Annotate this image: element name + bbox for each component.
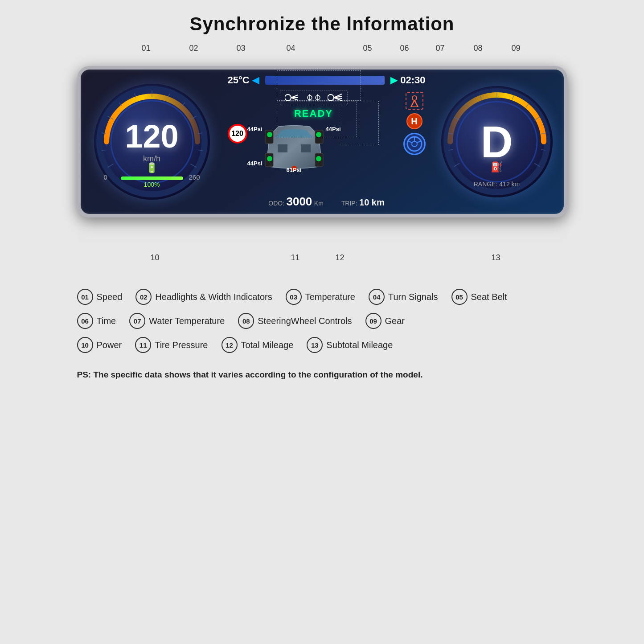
legend-label-08: SteeringWheel Controls: [258, 316, 352, 326]
turn-signal-right: ►: [388, 73, 401, 87]
legend-num-01: 01: [77, 289, 93, 305]
legend-item-02: 02 Headlights & Width Indicators: [135, 289, 272, 305]
trip-value: 10 km: [359, 197, 385, 207]
headlight-high-icon: [328, 92, 343, 103]
legend-label-11: Tire Pressure: [155, 340, 208, 350]
svg-line-44: [408, 141, 412, 143]
svg-line-45: [417, 141, 420, 143]
speed-min: 0: [104, 173, 107, 181]
battery-bar: [121, 176, 183, 180]
legend-row-3: 10 Power 11 Tire Pressure 12 Total Milea…: [77, 337, 567, 353]
legend-item-08: 08 SteeringWheel Controls: [238, 313, 352, 329]
battery-bar-container: 100%: [121, 176, 183, 188]
legend-item-12: 12 Total Mileage: [222, 337, 294, 353]
legend-num-11: 11: [135, 337, 151, 353]
legend-label-09: Gear: [385, 316, 405, 326]
top-bar: 25°C ◄ ► 02:30: [228, 73, 426, 87]
legend-item-11: 11 Tire Pressure: [135, 337, 208, 353]
ann-num-06: 06: [400, 44, 409, 53]
svg-point-32: [267, 132, 272, 137]
ready-badge: READY: [294, 108, 333, 119]
right-icons: H: [403, 92, 426, 155]
legend-label-04: Turn Signals: [388, 292, 438, 302]
battery-pct: 100%: [121, 181, 183, 188]
legend-label-06: Time: [97, 316, 116, 326]
ann-num-03: 03: [236, 44, 245, 53]
ps-note: PS: The specific data shows that it vari…: [77, 370, 567, 380]
time-display: 02:30: [400, 74, 425, 86]
ann-num-13: 13: [491, 253, 500, 263]
gear-gauge: D ⛽ RANGE: 412 km: [441, 86, 553, 197]
tire-spare-label: 61Psi: [287, 167, 302, 173]
ann-num-08: 08: [473, 44, 482, 53]
legend-label-13: Subtotal Mileage: [326, 340, 393, 350]
legend-item-10: 10 Power: [77, 337, 122, 353]
legend-label-05: Seat Belt: [471, 292, 507, 302]
dashboard: 120 km/h 0 260 🔋 100%: [77, 66, 567, 217]
legend-label-02: Headlights & Width Indicators: [155, 292, 272, 302]
svg-line-38: [411, 100, 414, 107]
legend-num-13: 13: [307, 337, 323, 353]
svg-point-46: [447, 91, 547, 192]
odo-value: 3000: [286, 195, 312, 208]
legend-item-09: 09 Gear: [365, 313, 405, 329]
ann-num-02: 02: [189, 44, 198, 53]
ann-num-01: 01: [141, 44, 150, 53]
center-panel: 25°C ◄ ► 02:30: [223, 70, 430, 214]
legend-item-04: 04 Turn Signals: [369, 289, 438, 305]
odo-display: ODO: 3000 Km: [268, 195, 324, 209]
battery-fill: [121, 176, 183, 180]
speed-gauge: 120 km/h 0 260 🔋 100%: [94, 84, 210, 200]
legend-num-05: 05: [451, 289, 468, 305]
annotation-bottom-row: 10 11 12 13: [77, 253, 567, 275]
tire-fr-label: 44Psi: [326, 126, 341, 132]
trip-label: TRIP:: [341, 200, 357, 207]
legend-num-02: 02: [135, 289, 152, 305]
steering-wheel-icon: [403, 133, 426, 155]
icons-row: [280, 90, 348, 105]
legend-item-07: 07 Water Temperature: [129, 313, 225, 329]
battery-icon: 🔋: [146, 162, 158, 174]
legend-item-01: 01 Speed: [77, 289, 123, 305]
tire-rl-label: 44Psi: [247, 160, 263, 167]
ann-num-09: 09: [511, 44, 520, 53]
ann-num-04: 04: [286, 44, 295, 53]
h-warning-badge: H: [406, 113, 422, 129]
legend-item-13: 13 Subtotal Mileage: [307, 337, 393, 353]
ann-num-12: 12: [335, 253, 344, 263]
ann-num-05: 05: [363, 44, 372, 53]
svg-point-15: [285, 94, 291, 101]
legend-row-2: 06 Time 07 Water Temperature 08 Steering…: [77, 313, 567, 329]
turn-signal-left: ◄: [250, 73, 262, 87]
car-top-view-svg: [252, 122, 336, 173]
legend-label-01: Speed: [97, 292, 123, 302]
width-indicator-icon: [306, 92, 321, 103]
top-bar-center-bg: [265, 76, 384, 85]
svg-point-23: [328, 94, 334, 101]
range-text: RANGE: 412 km: [474, 180, 520, 188]
car-diagram: 44Psi 44Psi 44Psi: [252, 122, 336, 173]
middle-section: 120 44Psi 44Psi 44Psi: [228, 122, 400, 173]
legend-item-06: 06 Time: [77, 313, 116, 329]
legend-num-07: 07: [129, 313, 145, 329]
temperature: 25°C: [228, 74, 250, 86]
legend-item-05: 05 Seat Belt: [451, 289, 507, 305]
legend-num-12: 12: [222, 337, 238, 353]
svg-point-33: [316, 132, 321, 137]
svg-point-35: [316, 156, 321, 161]
legend-num-09: 09: [365, 313, 381, 329]
legend-label-10: Power: [97, 340, 122, 350]
gear-panel: D ⛽ RANGE: 412 km: [430, 70, 564, 214]
seatbelt-icon: [406, 92, 423, 110]
ann-num-11: 11: [291, 253, 299, 263]
ann-num-10: 10: [150, 253, 159, 263]
legend-label-12: Total Mileage: [241, 340, 294, 350]
speed-max: 260: [189, 173, 200, 181]
ann-num-07: 07: [435, 44, 444, 53]
fuel-icon: ⛽: [491, 161, 503, 173]
trip-display: TRIP: 10 km: [341, 197, 385, 208]
speed-limit-badge: 120: [228, 124, 247, 144]
legend-num-10: 10: [77, 337, 93, 353]
annotation-top-row: 01 02 03 04 05 06 07 08 09: [77, 44, 567, 66]
headlight-low-icon: [285, 92, 300, 103]
